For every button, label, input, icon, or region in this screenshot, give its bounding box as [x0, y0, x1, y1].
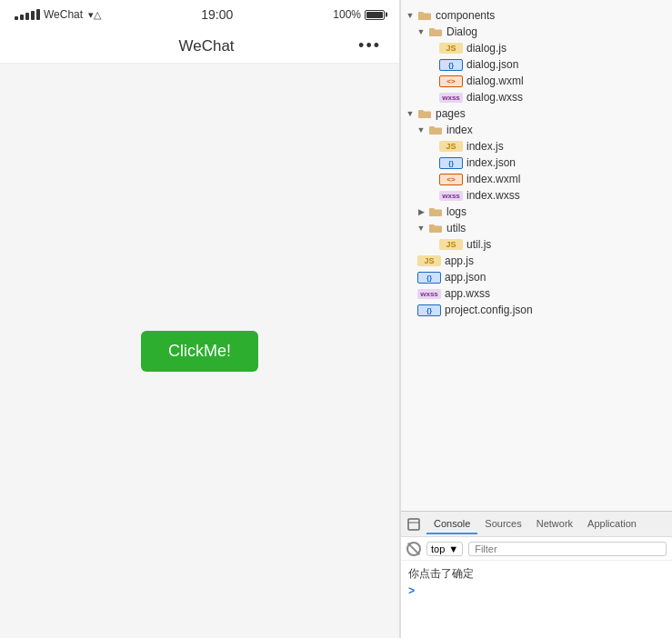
clickme-button[interactable]: ClickMe! — [141, 331, 258, 372]
folder-icon-dialog-folder — [428, 26, 443, 37]
tree-item-components[interactable]: components — [401, 7, 672, 24]
folder-label-components: components — [436, 9, 495, 22]
tree-item-app-json[interactable]: ▶ {} app.json — [401, 269, 672, 285]
console-prompt-symbol: > — [408, 585, 415, 598]
tab-sources[interactable]: Sources — [477, 514, 528, 534]
console-prompt-line[interactable]: > — [408, 583, 665, 600]
tree-item-index-json[interactable]: ▶ {} index.json — [401, 155, 672, 171]
file-label-dialog-wxml: dialog.wxml — [466, 75, 524, 87]
tab-console[interactable]: Console — [426, 514, 477, 534]
context-value: top — [431, 543, 445, 554]
file-label-index-wxml: index.wxml — [466, 173, 520, 185]
page-title: WeChat — [55, 37, 358, 55]
folder-icon-logs-folder — [428, 206, 443, 217]
file-label-app-wxss: app.wxss — [445, 287, 490, 300]
tree-item-util-js[interactable]: ▶ JS util.js — [401, 236, 672, 253]
signal-icon — [15, 9, 40, 20]
tree-item-logs-folder[interactable]: logs — [401, 204, 672, 220]
battery-icon — [365, 10, 385, 20]
console-log-line: 你点击了确定 — [408, 564, 665, 583]
console-log-text: 你点击了确定 — [408, 568, 474, 581]
folder-icon-pages — [417, 108, 432, 119]
tree-item-pages[interactable]: pages — [401, 105, 672, 122]
phone-content: ClickMe! — [0, 64, 399, 638]
console-output: 你点击了确定 > — [401, 561, 672, 638]
context-dropdown-icon: ▼ — [448, 543, 458, 554]
status-left: WeChat ▾△ — [15, 8, 101, 21]
file-label-util-js: util.js — [466, 238, 491, 251]
wxml-badge: <> — [439, 75, 463, 87]
tree-item-dialog-js[interactable]: ▶ JS dialog.js — [401, 40, 672, 56]
tree-item-app-wxss[interactable]: ▶ wxss app.wxss — [401, 285, 672, 302]
js-badge: JS — [417, 255, 441, 266]
wxss-badge: wxss — [439, 93, 463, 103]
folder-label-utils-folder: utils — [446, 222, 466, 234]
battery-percent: 100% — [333, 8, 361, 21]
title-bar: WeChat ••• — [0, 29, 399, 64]
tree-item-app-js[interactable]: ▶ JS app.js — [401, 253, 672, 269]
tree-item-index-js[interactable]: ▶ JS index.js — [401, 138, 672, 155]
folder-label-index-folder: index — [446, 124, 473, 136]
wxml-badge: <> — [439, 174, 463, 185]
menu-dots[interactable]: ••• — [358, 36, 381, 55]
folder-label-dialog-folder: Dialog — [446, 25, 477, 38]
devtools-tabs: Console Sources Network Application — [401, 512, 672, 537]
js-badge: JS — [439, 239, 463, 250]
folder-arrow-components — [405, 10, 416, 21]
status-bar: WeChat ▾△ 19:00 100% — [0, 0, 399, 29]
file-label-project-config: project.config.json — [445, 304, 533, 316]
tab-network[interactable]: Network — [529, 514, 580, 534]
devtools-panel-icon — [405, 515, 423, 533]
devtools-toolbar: top ▼ — [401, 537, 672, 561]
file-tree: components Dialog ▶ JS dialog.js ▶ {} di… — [401, 0, 672, 511]
phone-simulator: WeChat ▾△ 19:00 100% WeChat ••• ClickMe! — [0, 0, 400, 638]
svg-rect-0 — [408, 519, 419, 530]
right-panel: components Dialog ▶ JS dialog.js ▶ {} di… — [400, 0, 672, 638]
tab-application[interactable]: Application — [580, 514, 644, 534]
wxss-badge: wxss — [439, 191, 463, 201]
folder-icon-utils-folder — [428, 223, 443, 234]
folder-arrow-logs-folder — [416, 206, 426, 217]
tree-item-project-config[interactable]: ▶ {} project.config.json — [401, 302, 672, 318]
carrier-label: WeChat — [44, 8, 83, 21]
json-badge: {} — [417, 272, 441, 284]
tree-item-utils-folder[interactable]: utils — [401, 220, 672, 236]
file-label-dialog-json: dialog.json — [466, 58, 518, 71]
file-label-index-json: index.json — [466, 156, 516, 169]
folder-label-pages: pages — [436, 107, 466, 120]
wxss-badge: wxss — [417, 289, 441, 299]
tree-item-dialog-json[interactable]: ▶ {} dialog.json — [401, 56, 672, 73]
file-label-app-json: app.json — [445, 271, 486, 284]
devtools-panel: Console Sources Network Application top … — [401, 511, 672, 638]
folder-arrow-dialog-folder — [416, 26, 426, 37]
js-badge: JS — [439, 43, 463, 54]
tree-item-dialog-folder[interactable]: Dialog — [401, 24, 672, 40]
tree-item-index-wxml[interactable]: ▶ <> index.wxml — [401, 171, 672, 187]
tree-item-dialog-wxml[interactable]: ▶ <> dialog.wxml — [401, 73, 672, 89]
status-right: 100% — [333, 8, 385, 21]
folder-icon-components — [417, 10, 432, 21]
folder-arrow-utils-folder — [416, 223, 426, 234]
folder-arrow-pages — [405, 108, 416, 119]
wifi-icon: ▾△ — [88, 9, 101, 21]
file-label-dialog-wxss: dialog.wxss — [466, 91, 523, 104]
file-label-app-js: app.js — [445, 254, 474, 267]
tree-item-index-wxss[interactable]: ▶ wxss index.wxss — [401, 187, 672, 204]
folder-label-logs-folder: logs — [446, 205, 466, 218]
file-label-index-js: index.js — [466, 140, 504, 153]
folder-icon-index-folder — [428, 125, 443, 135]
json-badge: {} — [439, 59, 463, 71]
folder-arrow-index-folder — [416, 125, 426, 135]
filter-input[interactable] — [468, 542, 667, 556]
time-display: 19:00 — [201, 7, 233, 22]
context-select[interactable]: top ▼ — [426, 542, 463, 556]
js-badge: JS — [439, 141, 463, 152]
tree-item-index-folder[interactable]: index — [401, 122, 672, 138]
json-badge: {} — [417, 304, 441, 316]
clear-console-button[interactable] — [406, 542, 421, 556]
tree-item-dialog-wxss[interactable]: ▶ wxss dialog.wxss — [401, 89, 672, 105]
json-badge: {} — [439, 157, 463, 169]
file-label-dialog-js: dialog.js — [466, 42, 507, 55]
file-label-index-wxss: index.wxss — [466, 189, 520, 202]
